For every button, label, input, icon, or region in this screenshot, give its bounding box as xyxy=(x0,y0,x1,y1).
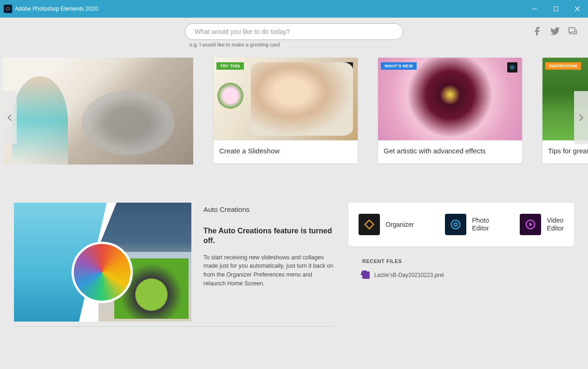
photo-editor-icon xyxy=(445,214,466,235)
search-area: e.g. I would like to make a greeting car… xyxy=(0,18,588,47)
auto-creations-collage xyxy=(14,203,191,322)
search-hint: e.g. I would like to make a greeting car… xyxy=(185,42,403,47)
minimize-button[interactable] xyxy=(524,0,545,18)
auto-creations-text: Auto Creations The Auto Creations featur… xyxy=(203,203,334,322)
recent-files: RECENT FILES Lezlie'sB-Day20210223.prel xyxy=(348,258,574,279)
premiere-file-icon xyxy=(362,271,370,279)
close-button[interactable] xyxy=(567,0,588,18)
card-artistic-title: Get artistic with advanced effects xyxy=(378,140,522,161)
title-left: Adobe Photoshop Elements 2020 xyxy=(4,5,98,13)
svg-point-5 xyxy=(511,66,513,68)
card-slideshow-title: Create a Slideshow xyxy=(214,140,358,161)
title-bar: Adobe Photoshop Elements 2020 xyxy=(0,0,588,18)
card-artistic-image: WHAT'S NEW xyxy=(378,58,522,140)
auto-creations-heading: Auto Creations xyxy=(203,205,334,213)
social-links xyxy=(532,26,578,36)
auto-creations-column: Auto Creations The Auto Creations featur… xyxy=(14,203,334,327)
badge-inspiration: INSPIRATION xyxy=(545,62,581,70)
app-title: Adobe Photoshop Elements 2020 xyxy=(15,6,98,12)
photo-corner-icon xyxy=(507,62,517,72)
facebook-icon[interactable] xyxy=(532,26,542,36)
photo-editor-button[interactable]: Photo Editor xyxy=(445,214,489,235)
badge-try-this: TRY THIS xyxy=(216,62,244,70)
svg-rect-1 xyxy=(554,7,558,11)
launch-column: Organizer Photo Editor Video Editor RECE… xyxy=(348,203,574,327)
svg-point-6 xyxy=(451,220,460,229)
auto-creations-subheading: The Auto Creations feature is turned off… xyxy=(203,226,334,246)
launch-box: Organizer Photo Editor Video Editor xyxy=(348,203,574,246)
video-editor-icon xyxy=(520,214,541,235)
card-slideshow-image: TRY THIS xyxy=(214,58,358,140)
chat-icon[interactable] xyxy=(568,26,578,36)
card-artistic[interactable]: WHAT'S NEW Get artistic with advanced ef… xyxy=(378,58,522,164)
video-editor-label: Video Editor xyxy=(547,217,564,232)
organizer-button[interactable]: Organizer xyxy=(359,214,414,235)
carousel-prev-button[interactable] xyxy=(3,91,17,144)
feature-carousel: TRY THIS Create a Slideshow WHAT'S NEW G… xyxy=(0,58,588,165)
card-slideshow[interactable]: TRY THIS Create a Slideshow xyxy=(214,58,358,164)
recent-files-heading: RECENT FILES xyxy=(362,258,574,264)
app-icon xyxy=(4,5,12,13)
search-input[interactable] xyxy=(185,23,403,40)
organizer-icon xyxy=(359,214,380,235)
video-editor-button[interactable]: Video Editor xyxy=(520,214,564,235)
window-controls xyxy=(524,0,588,18)
recent-file-name: Lezlie'sB-Day20210223.prel xyxy=(374,272,444,278)
card-hero-image xyxy=(3,58,193,165)
svg-point-7 xyxy=(454,223,457,226)
badge-whats-new: WHAT'S NEW xyxy=(381,62,417,70)
svg-point-4 xyxy=(510,66,514,69)
organizer-corner-icon xyxy=(343,62,353,72)
lower-section: Auto Creations The Auto Creations featur… xyxy=(0,203,588,327)
organizer-label: Organizer xyxy=(385,221,414,229)
carousel-next-button[interactable] xyxy=(574,91,588,144)
recent-file-item[interactable]: Lezlie'sB-Day20210223.prel xyxy=(362,271,574,279)
photo-editor-label: Photo Editor xyxy=(472,217,489,232)
maximize-button[interactable] xyxy=(545,0,567,18)
card-hero[interactable] xyxy=(3,58,193,165)
card-track: TRY THIS Create a Slideshow WHAT'S NEW G… xyxy=(3,58,588,165)
twitter-icon[interactable] xyxy=(550,26,560,36)
auto-creations-body: To start receiving new slideshows and co… xyxy=(203,253,334,288)
